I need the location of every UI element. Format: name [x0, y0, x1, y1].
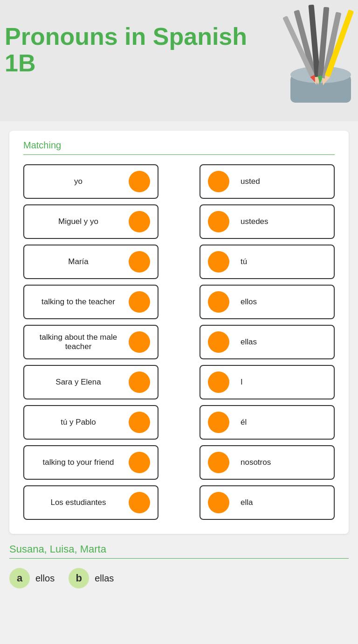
matching-divider: [23, 154, 335, 155]
left-connect-circle[interactable]: [129, 291, 150, 313]
left-connect-circle[interactable]: [129, 371, 150, 393]
bottom-title: Susana, Luisa, Marta: [9, 543, 349, 555]
left-match-text: talking to the teacher: [32, 297, 125, 307]
right-connect-circle[interactable]: [208, 211, 229, 232]
left-match-text: María: [32, 257, 125, 266]
left-connect-circle[interactable]: [129, 251, 150, 273]
matching-row: talking to the teacherellos: [23, 285, 335, 319]
matching-card: Matching youstedMiguel y youstedesMaríat…: [9, 131, 349, 534]
left-match-box[interactable]: María: [23, 245, 158, 279]
left-match-box[interactable]: talking to the teacher: [23, 285, 158, 319]
right-match-text: él: [241, 418, 326, 427]
right-match-box[interactable]: él: [200, 405, 335, 440]
left-match-box[interactable]: Sara y Elena: [23, 365, 158, 399]
left-match-text: talking to your friend: [32, 458, 125, 467]
matching-row: Miguel y youstedes: [23, 204, 335, 239]
matching-row: Sara y ElenaI: [23, 365, 335, 399]
right-match-box[interactable]: ellas: [200, 325, 335, 359]
left-match-text: yo: [32, 177, 125, 186]
left-match-box[interactable]: Miguel y yo: [23, 204, 158, 239]
right-connect-circle[interactable]: [208, 251, 229, 273]
matching-row: tú y Pabloél: [23, 405, 335, 440]
left-match-text: Sara y Elena: [32, 378, 125, 387]
left-connect-circle[interactable]: [129, 211, 150, 232]
right-match-box[interactable]: ustedes: [200, 204, 335, 239]
left-connect-circle[interactable]: [129, 452, 150, 473]
matching-row: talking to your friendnosotros: [23, 445, 335, 480]
left-match-text: tú y Pablo: [32, 418, 125, 427]
pencil-illustration: [255, 0, 358, 121]
right-connect-circle[interactable]: [208, 171, 229, 192]
right-connect-circle[interactable]: [208, 412, 229, 433]
right-match-box[interactable]: usted: [200, 164, 335, 199]
right-connect-circle[interactable]: [208, 371, 229, 393]
matching-row: Maríatú: [23, 245, 335, 279]
right-match-text: usted: [241, 177, 326, 186]
matching-row: yousted: [23, 164, 335, 199]
right-match-box[interactable]: tú: [200, 245, 335, 279]
matching-row: talking about the male teacherellas: [23, 325, 335, 359]
answer-item: aellos: [9, 568, 55, 588]
right-match-box[interactable]: ellos: [200, 285, 335, 319]
left-match-text: talking about the male teacher: [32, 333, 125, 351]
left-match-box[interactable]: Los estudiantes: [23, 485, 158, 520]
right-match-text: ella: [241, 498, 326, 507]
right-connect-circle[interactable]: [208, 492, 229, 513]
left-match-box[interactable]: tú y Pablo: [23, 405, 158, 440]
right-match-box[interactable]: I: [200, 365, 335, 399]
header: Pronouns in Spanish 1B: [0, 0, 358, 121]
matching-row: Los estudiantesella: [23, 485, 335, 520]
answer-badge: a: [9, 568, 30, 588]
left-connect-circle[interactable]: [129, 171, 150, 192]
right-connect-circle[interactable]: [208, 452, 229, 473]
right-connect-circle[interactable]: [208, 291, 229, 313]
right-match-box[interactable]: nosotros: [200, 445, 335, 480]
right-match-box[interactable]: ella: [200, 485, 335, 520]
right-match-text: tú: [241, 257, 326, 266]
answer-text: ellos: [35, 573, 55, 584]
right-match-text: I: [241, 378, 326, 387]
right-match-text: ellas: [241, 337, 326, 347]
matching-title: Matching: [23, 140, 335, 151]
right-match-text: ustedes: [241, 217, 326, 226]
left-match-box[interactable]: talking about the male teacher: [23, 325, 158, 359]
right-connect-circle[interactable]: [208, 331, 229, 353]
left-match-text: Los estudiantes: [32, 498, 125, 507]
left-match-box[interactable]: yo: [23, 164, 158, 199]
left-connect-circle[interactable]: [129, 492, 150, 513]
answer-text: ellas: [95, 573, 114, 584]
right-match-text: nosotros: [241, 458, 326, 467]
answer-item: bellas: [69, 568, 114, 588]
left-connect-circle[interactable]: [129, 412, 150, 433]
bottom-section: Susana, Luisa, Marta aellosbellas: [9, 543, 349, 588]
answer-badge: b: [69, 568, 89, 588]
left-match-box[interactable]: talking to your friend: [23, 445, 158, 480]
answer-row: aellosbellas: [9, 568, 349, 588]
bottom-divider: [9, 558, 349, 559]
left-connect-circle[interactable]: [129, 331, 150, 353]
left-match-text: Miguel y yo: [32, 217, 125, 226]
right-match-text: ellos: [241, 297, 326, 307]
matching-grid: youstedMiguel y youstedesMaríatútalking …: [23, 164, 335, 520]
